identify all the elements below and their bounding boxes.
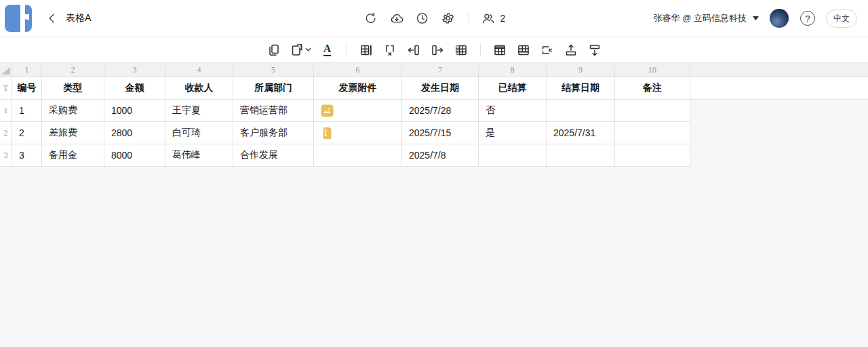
- table-row: 3 3 备用金 8000 葛伟峰 合作发展 2025/7/8: [0, 144, 868, 167]
- cloud-download-button[interactable]: [389, 10, 405, 26]
- cell[interactable]: 差旅费: [42, 122, 104, 144]
- column-number[interactable]: 7: [402, 63, 479, 77]
- cell[interactable]: 备用金: [42, 144, 104, 167]
- collaborator-count: 2: [500, 13, 506, 24]
- cell[interactable]: 王宇夏: [165, 100, 233, 122]
- user-name: 张睿华 @ 立码信息科技: [654, 12, 747, 24]
- column-header[interactable]: 发票附件: [314, 77, 402, 99]
- column-header[interactable]: 收款人: [165, 77, 233, 99]
- row-number[interactable]: 1: [0, 100, 12, 122]
- column-number-strip: 1 2 3 4 5 6 7 8 9 10: [0, 63, 868, 77]
- user-menu[interactable]: 张睿华 @ 立码信息科技: [654, 12, 759, 24]
- paste-icon: [290, 43, 304, 57]
- column-number[interactable]: 10: [615, 63, 690, 77]
- cell[interactable]: 合作发展: [233, 144, 314, 167]
- column-number[interactable]: 1: [12, 63, 42, 77]
- image-attachment-icon[interactable]: [321, 104, 334, 117]
- cell[interactable]: [615, 100, 690, 122]
- topbar-divider: [469, 12, 469, 24]
- refresh-icon: [364, 12, 378, 25]
- cell[interactable]: 2800: [104, 122, 165, 144]
- table-bottom-row-button[interactable]: [516, 42, 531, 58]
- paste-button[interactable]: [290, 42, 311, 58]
- history-icon: [416, 12, 429, 25]
- insert-row-above-button[interactable]: [564, 42, 578, 58]
- column-number[interactable]: 8: [479, 63, 547, 77]
- spreadsheet-grid: 1 2 3 4 5 6 7 8 9 10 T 编号 类型 金额 收款人 所属部门…: [0, 63, 868, 167]
- collaborators-button[interactable]: 2: [481, 12, 506, 26]
- column-number[interactable]: 9: [547, 63, 615, 77]
- settings-button[interactable]: [440, 10, 456, 26]
- column-number[interactable]: 2: [42, 63, 104, 77]
- column-header[interactable]: 结算日期: [547, 77, 615, 99]
- column-number[interactable]: 5: [233, 63, 314, 77]
- cell[interactable]: [479, 144, 547, 167]
- cloud-download-icon: [389, 12, 403, 26]
- column-style-icon: [454, 43, 468, 57]
- chevron-down-icon: [305, 47, 311, 52]
- font-color-icon: A: [323, 43, 332, 56]
- column-header[interactable]: 所属部门: [233, 77, 314, 99]
- cell[interactable]: [547, 100, 615, 122]
- insert-column-right-button[interactable]: [430, 42, 445, 58]
- column-number[interactable]: 6: [314, 63, 402, 77]
- column-header[interactable]: 类型: [42, 77, 104, 99]
- cell[interactable]: 1: [12, 100, 42, 122]
- cell[interactable]: 白可琦: [165, 122, 233, 144]
- delete-row-button[interactable]: [540, 42, 555, 58]
- help-button[interactable]: ?: [800, 11, 815, 26]
- row-number[interactable]: 3: [0, 144, 12, 167]
- cell[interactable]: 采购费: [42, 100, 104, 122]
- delete-column-icon: [383, 43, 397, 57]
- cell[interactable]: [314, 144, 402, 167]
- column-header[interactable]: 备注: [615, 77, 690, 99]
- history-button[interactable]: [414, 10, 431, 26]
- user-avatar[interactable]: [770, 9, 789, 28]
- settings-icon: [441, 12, 455, 25]
- cell[interactable]: 客户服务部: [233, 122, 314, 144]
- cell[interactable]: 2025/7/15: [402, 122, 479, 144]
- table-row-button[interactable]: [492, 42, 507, 58]
- column-number[interactable]: 4: [165, 63, 233, 77]
- cell[interactable]: 是: [479, 122, 547, 144]
- cell[interactable]: 3: [12, 144, 42, 167]
- cell[interactable]: 2025/7/8: [402, 144, 479, 167]
- column-header[interactable]: 金额: [104, 77, 165, 99]
- zip-attachment-icon[interactable]: [321, 127, 334, 140]
- cell[interactable]: 营销运营部: [233, 100, 314, 122]
- insert-row-below-button[interactable]: [587, 42, 602, 58]
- refresh-button[interactable]: [363, 10, 379, 26]
- cell[interactable]: 2025/7/28: [402, 100, 479, 122]
- cell[interactable]: [314, 100, 402, 122]
- header-row-gutter[interactable]: T: [0, 77, 12, 99]
- cell[interactable]: [314, 122, 402, 144]
- document-title: 表格A: [66, 12, 91, 24]
- cell[interactable]: 葛伟峰: [165, 144, 233, 167]
- cell[interactable]: 8000: [104, 144, 165, 167]
- cell[interactable]: [615, 122, 690, 144]
- app-logo[interactable]: [5, 5, 32, 32]
- delete-column-button[interactable]: [382, 42, 397, 58]
- insert-row-below-icon: [588, 43, 601, 57]
- insert-column-left-button[interactable]: [406, 42, 421, 58]
- cell[interactable]: [547, 144, 615, 167]
- table-row: 2 2 差旅费 2800 白可琦 客户服务部 2025/7/15 是 2025/…: [0, 122, 868, 144]
- copy-button[interactable]: [267, 42, 281, 58]
- cell[interactable]: [615, 144, 690, 167]
- column-header[interactable]: 编号: [12, 77, 42, 99]
- cell[interactable]: 1000: [104, 100, 165, 122]
- column-style-button[interactable]: [454, 42, 469, 58]
- column-number[interactable]: 3: [104, 63, 165, 77]
- row-number[interactable]: 2: [0, 122, 12, 144]
- cell[interactable]: 否: [479, 100, 547, 122]
- font-color-button[interactable]: A: [320, 42, 335, 58]
- cell[interactable]: 2: [12, 122, 42, 144]
- cell[interactable]: 2025/7/31: [547, 122, 615, 144]
- column-header[interactable]: 发生日期: [402, 77, 479, 99]
- select-all-corner[interactable]: [0, 63, 12, 77]
- strip-filler: [690, 63, 868, 77]
- back-button[interactable]: [44, 10, 60, 26]
- insert-column-button[interactable]: [359, 42, 374, 58]
- column-header[interactable]: 已结算: [479, 77, 547, 99]
- language-button[interactable]: 中文: [826, 9, 857, 28]
